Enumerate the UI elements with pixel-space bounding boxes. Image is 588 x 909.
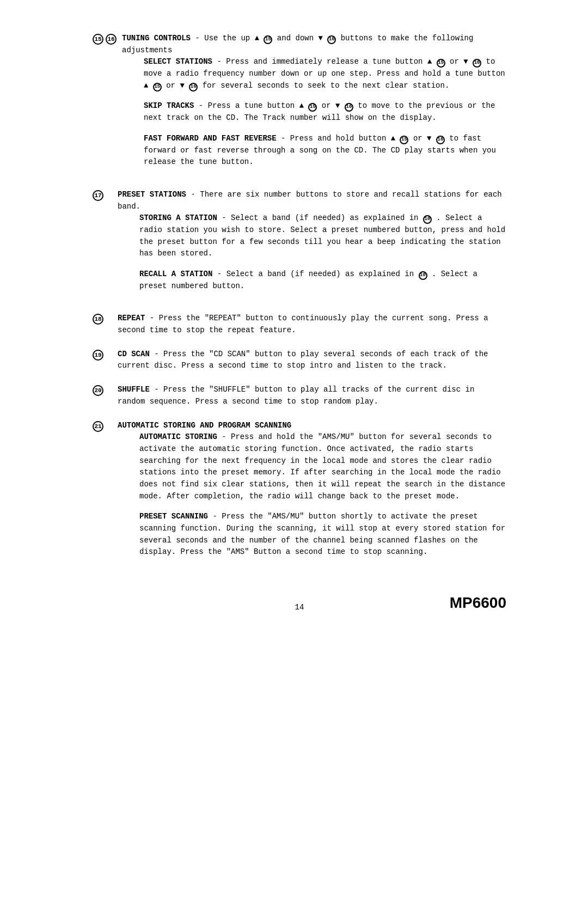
storing-station-sub: STORING A STATION - Select a band (if ne… [139,212,506,260]
fast-forward-title: FAST FORWARD AND FAST REVERSE [144,134,277,143]
page-number: 14 [230,603,368,612]
section-19-content: CD SCAN - Press the "CD SCAN" button to … [118,349,506,372]
section-number-20: 20 [93,385,112,396]
fast-forward-sub: FAST FORWARD AND FAST REVERSE - Press an… [144,133,506,168]
section-19-body: - Press the "CD SCAN" button to play sev… [118,350,488,370]
skip-tracks-title: SKIP TRACKS [144,101,194,110]
section-18-title: REPEAT [118,314,145,322]
circle-15: 15 [93,34,103,45]
circle-16: 16 [106,34,117,45]
skip-tracks-sub: SKIP TRACKS - Press a tune button ▲ 15 o… [144,100,506,124]
preset-scanning-title: PRESET SCANNING [139,512,208,521]
footer-right: MP6600 [369,594,506,612]
auto-storing-body: - Press and hold the "AMS/MU" button for… [139,432,505,500]
circle-17: 17 [93,190,103,201]
select-stations-title: SELECT STATIONS [144,57,212,66]
section-15-16: 15 16 TUNING CONTROLS - Use the up ▲ 15 … [93,33,506,177]
section-number-18: 18 [93,314,112,325]
auto-storing-title: AUTOMATIC STORING [139,432,217,441]
circle-18: 18 [93,314,103,325]
model-name: MP6600 [450,594,506,612]
section-18: 18 REPEAT - Press the "REPEAT" button to… [93,313,506,336]
section-17-content: PRESET STATIONS - There are six number b… [118,189,506,301]
auto-storing-sub: AUTOMATIC STORING - Press and hold the "… [139,431,506,502]
section-number-21: 21 [93,421,112,432]
section-18-body: - Press the "REPEAT" button to continuou… [118,314,488,334]
section-19-title: CD SCAN [118,350,150,358]
section-number-15-16: 15 16 [93,34,117,45]
section-15-16-title: TUNING CONTROLS [122,34,191,42]
select-stations-sub: SELECT STATIONS - Press and immediately … [144,56,506,91]
page: 15 16 TUNING CONTROLS - Use the up ▲ 15 … [60,0,528,909]
section-18-content: REPEAT - Press the "REPEAT" button to co… [118,313,506,336]
recall-station-title: RECALL A STATION [139,270,212,278]
section-15-16-content: TUNING CONTROLS - Use the up ▲ 15 and do… [122,33,506,177]
circle-21: 21 [93,421,103,432]
section-20: 20 SHUFFLE - Press the "SHUFFLE" button … [93,384,506,407]
section-number-17: 17 [93,190,112,201]
section-21-title: AUTOMATIC STORING AND PROGRAM SCANNING [118,421,291,430]
section-21: 21 AUTOMATIC STORING AND PROGRAM SCANNIN… [93,420,506,568]
section-19: 19 CD SCAN - Press the "CD SCAN" button … [93,349,506,372]
section-21-content: AUTOMATIC STORING AND PROGRAM SCANNING A… [118,420,506,568]
page-footer: 14 MP6600 [93,589,506,612]
section-number-19: 19 [93,350,112,361]
section-17-title: PRESET STATIONS [118,190,186,199]
section-20-title: SHUFFLE [118,385,150,394]
circle-20: 20 [93,385,103,396]
skip-tracks-body: - Press a tune button ▲ 15 or ▼ 16 to mo… [144,101,495,122]
preset-scanning-sub: PRESET SCANNING - Press the "AMS/MU" but… [139,511,506,558]
circle-19: 19 [93,350,103,361]
section-20-content: SHUFFLE - Press the "SHUFFLE" button to … [118,384,506,407]
section-20-body: - Press the "SHUFFLE" button to play all… [118,385,474,406]
recall-station-sub: RECALL A STATION - Select a band (if nee… [139,269,506,292]
section-17: 17 PRESET STATIONS - There are six numbe… [93,189,506,301]
storing-station-title: STORING A STATION [139,213,217,222]
